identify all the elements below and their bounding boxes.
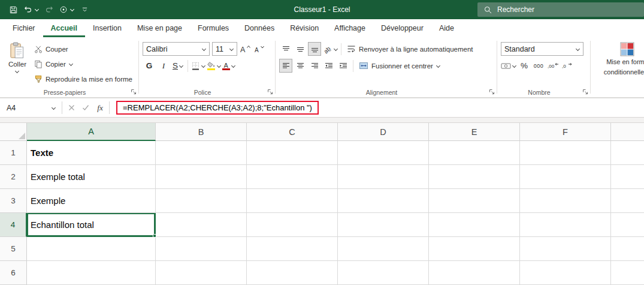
column-header-c[interactable]: C [247,123,338,141]
conditional-formatting-button[interactable]: Mise en forme conditionnelle [594,40,644,77]
cell-a1[interactable]: Texte [27,141,156,165]
redo-button[interactable] [43,2,55,17]
cell-g3[interactable] [611,189,644,213]
cell-e4[interactable] [429,213,520,237]
tab-insertion[interactable]: Insertion [85,19,129,37]
font-color-button[interactable]: A [222,59,235,73]
column-header-partial[interactable] [611,123,644,141]
number-format-combo[interactable]: Standard [501,42,583,56]
row-header-1[interactable]: 1 [0,141,27,165]
copy-button[interactable]: Copier [31,57,135,71]
tab-revision[interactable]: Révision [282,19,326,37]
underline-button[interactable]: S [171,59,185,73]
accounting-format-button[interactable] [501,59,516,73]
row-header-4[interactable]: 4 [0,213,27,237]
decrease-decimal-button[interactable]: ,0 [561,59,574,73]
tab-developpeur[interactable]: Développeur [373,19,431,37]
increase-decimal-button[interactable]: ,00 [546,59,560,73]
tab-formules[interactable]: Formules [190,19,237,37]
cell-a2[interactable]: Exemple total [27,165,156,189]
merge-center-button[interactable]: Fusionner et centrer [356,59,443,73]
cell-a4-active[interactable]: Echantillon total [27,213,156,237]
cell-c4[interactable] [247,213,338,237]
insert-function-button[interactable]: fx [93,100,107,115]
cell-d1[interactable] [338,141,429,165]
cell-b3[interactable] [156,189,247,213]
enter-button[interactable] [78,100,93,115]
format-painter-button[interactable]: Reproduire la mise en forme [31,72,135,86]
cell-e6[interactable] [429,261,520,285]
font-name-combo[interactable]: Calibri [143,42,210,56]
decrease-font-size-button[interactable]: A [253,42,266,56]
formula-input[interactable]: =REMPLACER(A2;CHERCHE(A3;A2);8;"Echantil… [111,98,644,117]
align-middle-button[interactable] [294,42,307,56]
row-header-2[interactable]: 2 [0,165,27,189]
increase-indent-button[interactable] [337,59,350,73]
bold-button[interactable]: G [143,59,156,73]
cell-b2[interactable] [156,165,247,189]
search-box[interactable]: Rechercher [477,2,644,17]
align-top-button[interactable] [279,42,292,56]
cell-d3[interactable] [338,189,429,213]
increase-font-size-button[interactable]: A [238,42,252,56]
cell-d5[interactable] [338,237,429,261]
customize-qat-button[interactable] [78,2,90,17]
alignment-dialog-launcher[interactable] [489,89,495,95]
column-header-a[interactable]: A [27,123,156,141]
name-box[interactable]: A4 [2,100,60,115]
cell-d4[interactable] [338,213,429,237]
column-header-d[interactable]: D [338,123,429,141]
align-left-button[interactable] [279,59,292,73]
font-size-combo[interactable]: 11 [212,42,237,56]
fill-handle[interactable] [153,234,156,238]
cell-a3[interactable]: Exemple [27,189,156,213]
orientation-button[interactable]: ab [322,42,338,56]
align-center-button[interactable] [294,59,307,73]
tab-accueil[interactable]: Accueil [43,19,85,37]
row-header-5[interactable]: 5 [0,237,27,261]
undo-button[interactable] [23,2,39,17]
cell-e3[interactable] [429,189,520,213]
cell-f6[interactable] [520,261,611,285]
cell-b6[interactable] [156,261,247,285]
column-header-b[interactable]: B [156,123,247,141]
number-dialog-launcher[interactable] [582,89,589,95]
borders-button[interactable] [191,59,205,73]
save-button[interactable] [7,2,19,17]
cell-d6[interactable] [338,261,429,285]
cell-g4[interactable] [611,213,644,237]
tab-donnees[interactable]: Données [237,19,282,37]
cell-g2[interactable] [611,165,644,189]
cell-f3[interactable] [520,189,611,213]
row-header-3[interactable]: 3 [0,189,27,213]
row-header-6[interactable]: 6 [0,261,27,285]
wrap-text-button[interactable]: Renvoyer à la ligne automatiquement [344,42,476,56]
cell-a6[interactable] [27,261,156,285]
column-header-e[interactable]: E [429,123,520,141]
fill-color-button[interactable] [207,59,221,73]
tab-affichage[interactable]: Affichage [326,19,373,37]
cell-c2[interactable] [247,165,338,189]
tab-aide[interactable]: Aide [431,19,462,37]
tab-fichier[interactable]: Fichier [5,19,43,37]
font-dialog-launcher[interactable] [267,89,274,95]
cell-g1[interactable] [611,141,644,165]
percent-button[interactable]: % [518,59,531,73]
cell-c1[interactable] [247,141,338,165]
cell-f2[interactable] [520,165,611,189]
cell-f5[interactable] [520,237,611,261]
column-header-f[interactable]: F [520,123,611,141]
cut-button[interactable]: Couper [31,42,135,56]
cancel-button[interactable] [64,100,78,115]
decrease-indent-button[interactable] [322,59,335,73]
cell-b4[interactable] [156,213,247,237]
paste-button[interactable]: Coller [4,40,31,74]
cell-c6[interactable] [247,261,338,285]
clipboard-dialog-launcher[interactable] [131,89,137,95]
cell-e1[interactable] [429,141,520,165]
cell-a5[interactable] [27,237,156,261]
cell-d2[interactable] [338,165,429,189]
cell-g6[interactable] [611,261,644,285]
thousands-separator-button[interactable]: 000 [532,59,545,73]
tab-mise-en-page[interactable]: Mise en page [129,19,190,37]
